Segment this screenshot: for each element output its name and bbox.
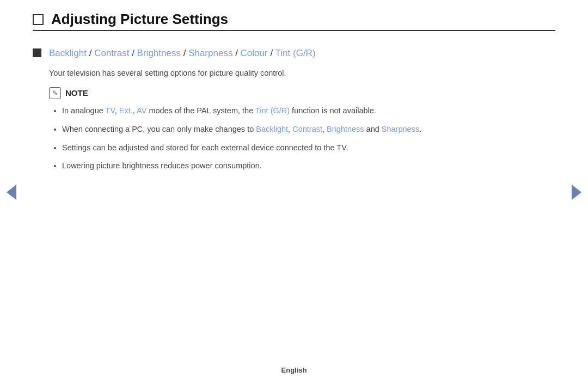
link-tint-gr-note[interactable]: Tint (G/R) [255,106,290,115]
section-title: Backlight / Contrast / Brightness / Shar… [49,46,316,60]
separator2: / [132,48,137,58]
page-title: Adjusting Picture Settings [51,11,228,28]
separator3: / [183,48,188,58]
bullet1-sep1: , [115,106,119,115]
note-label: NOTE [65,88,88,97]
separator5: / [270,48,275,58]
bullet1-text-plain2: modes of the PAL system, the [146,106,255,115]
bullet2-text1: When connecting a PC, you can only make … [62,125,256,133]
bullet2-sep1: , [288,125,292,133]
note-container: ✎ NOTE In analogue TV, Ext., AV modes of… [49,87,555,173]
note-icon-symbol: ✎ [52,89,58,97]
bullet2-text2: and [364,125,382,133]
footer: English [0,366,588,374]
section-header: Backlight / Contrast / Brightness / Shar… [33,46,555,60]
link-tint[interactable]: Tint (G/R) [275,48,316,58]
note-header: ✎ NOTE [49,87,555,99]
link-sharpness[interactable]: Sharpness [188,48,232,58]
link-backlight[interactable]: Backlight [49,48,87,58]
link-brightness-note[interactable]: Brightness [327,125,364,133]
bullet1-text-plain1: In analogue [62,106,106,115]
nav-arrow-left[interactable] [7,185,16,200]
bullet2-period: . [419,125,421,133]
nav-arrow-right[interactable] [572,185,581,200]
link-contrast-note[interactable]: Contrast [292,125,322,133]
separator1: / [89,48,94,58]
bullet-square-icon [33,48,41,57]
note-icon: ✎ [49,87,61,99]
link-sharpness-note[interactable]: Sharpness [382,125,419,133]
note-bullet-3: Settings can be adjusted and stored for … [62,142,555,155]
bullet3-text: Settings can be adjusted and stored for … [62,143,348,152]
separator4: / [235,48,240,58]
link-colour[interactable]: Colour [241,48,268,58]
main-section: Backlight / Contrast / Brightness / Shar… [33,46,555,173]
link-contrast[interactable]: Contrast [94,48,129,58]
page-title-row: Adjusting Picture Settings [33,11,555,31]
link-av[interactable]: AV [137,106,146,115]
link-tv[interactable]: TV [106,106,115,115]
bullet1-sep2: , [133,106,137,115]
note-bullet-2: When connecting a PC, you can only make … [62,123,555,136]
note-bullet-list: In analogue TV, Ext., AV modes of the PA… [62,105,555,173]
link-backlight-note[interactable]: Backlight [256,125,288,133]
page-container: Adjusting Picture Settings Backlight / C… [0,0,588,384]
bullet4-text: Lowering picture brightness reduces powe… [62,161,262,170]
title-checkbox-icon [33,14,44,25]
section-description: Your television has several setting opti… [49,67,555,80]
note-bullet-1: In analogue TV, Ext., AV modes of the PA… [62,105,555,118]
footer-language: English [281,366,307,374]
bullet1-text-plain3: function is not available. [290,106,376,115]
link-ext[interactable]: Ext. [119,106,133,115]
link-brightness[interactable]: Brightness [137,48,181,58]
note-bullet-4: Lowering picture brightness reduces powe… [62,160,555,173]
bullet2-sep2: , [322,125,327,133]
